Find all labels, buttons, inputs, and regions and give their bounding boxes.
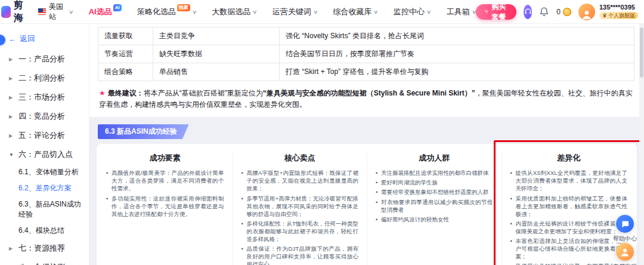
advice-label: 最终建议： bbox=[108, 89, 144, 97]
bullet-item: 品质保证：作为DJT品牌旗下的产品，拥有良好的用户口碑和支持率，让顾客买得放心用… bbox=[242, 245, 359, 265]
person-icon bbox=[581, 8, 593, 20]
bullet-item: 关注服装搭配且追求实用性的都市白领群体 bbox=[376, 169, 493, 177]
nav-item-6[interactable]: 监控中心∨ bbox=[394, 7, 431, 17]
bullet-item: 多季节适用+高弹力材质：无论冷暖皆可配搭其他衣物，展现不同风采的同时给予身体足够… bbox=[242, 195, 359, 218]
chevron-down-icon: ∨ bbox=[192, 9, 197, 15]
notifications-bell[interactable] bbox=[539, 7, 549, 17]
nav-item-label: 综合收藏库 bbox=[333, 7, 371, 17]
sidebar-subitem[interactable]: 6.2、差异化方案 bbox=[0, 180, 89, 196]
logo-icon bbox=[1, 6, 11, 18]
chevron-down-icon: ∨ bbox=[373, 9, 379, 15]
customer-service-button[interactable] bbox=[616, 243, 634, 261]
experience-card: 成功要素高颜值外观/极简美学：产品的外观设计简单大方，适合各类穿搭，满足不同消费… bbox=[97, 144, 637, 265]
sidebar-item-label: 五：评论分析 bbox=[18, 130, 65, 141]
caret-right-icon: ▶ bbox=[9, 57, 14, 62]
bullet-item: 高腰A字版型+内置隐形式短裤：既保证了裙子的安全感，又能在视觉上达到显腿显高的效… bbox=[242, 169, 359, 192]
nav-item-7[interactable]: 工具箱∨ bbox=[447, 7, 476, 17]
customer-service-icon[interactable] bbox=[524, 5, 532, 19]
headset-icon bbox=[524, 8, 532, 16]
cell-strategy: 强化 “Novelty Skirts” 类目排名，抢占长尾词 bbox=[280, 27, 634, 45]
sidebar-item-6[interactable]: ▼六：产品切入点 bbox=[0, 145, 89, 164]
bullet-item: 高颜值外观/极简美学：产品的外观设计简单大方，适合各类穿搭，满足不同消费者的个性… bbox=[106, 169, 224, 192]
app-logo[interactable]: 剪海 bbox=[0, 0, 38, 24]
membership-label: 个人旗舰版 bbox=[608, 13, 635, 19]
nav-item-3[interactable]: 大数据选品∨ bbox=[212, 7, 257, 17]
column-title: 差异化 bbox=[510, 153, 628, 164]
sidebar-item-2[interactable]: ▶二：利润分析 bbox=[0, 69, 89, 88]
nav-item-label: AI选品 bbox=[89, 7, 112, 17]
bullet-list: 高腰A字版型+内置隐形式短裤：既保证了裙子的安全感，又能在视觉上达到显腿显高的效… bbox=[242, 169, 359, 265]
sidebar-item-5[interactable]: ▶五：评论分析 bbox=[0, 126, 89, 145]
table-row: 节奏运营缺失旺季数据结合美国节日日历，按季度部署推广节奏 bbox=[98, 45, 634, 63]
caret-down-icon: ▼ bbox=[9, 152, 14, 158]
bullet-item: 提供从XS到XXL全尺码覆盖，更好地满足了大部分消费者体型需求，体现了品牌的人文… bbox=[510, 169, 628, 192]
cart-icon bbox=[484, 8, 488, 16]
user-meta: 135****0395 ♛个人旗舰版 bbox=[599, 4, 638, 20]
caret-right-icon: ▶ bbox=[9, 114, 14, 119]
bullet-item: 爱好时尚潮流的学生族 bbox=[376, 178, 493, 186]
sidebar: ← 返回 ▶一：产品分析▶二：利润分析▶三：市场分析▶四：竞品分析▶五：评论分析… bbox=[0, 24, 89, 265]
experience-column-3: 成功人群关注服装搭配且追求实用性的都市白领群体爱好时尚潮流的学生族需要经常变换形… bbox=[367, 153, 501, 265]
sidebar-tree: ▶一：产品分析▶二：利润分析▶三：市场分析▶四：竞品分析▶五：评论分析▼六：产品… bbox=[0, 50, 89, 265]
sidebar-item-label: 三：市场分析 bbox=[18, 92, 65, 103]
column-title: 成功人群 bbox=[376, 153, 493, 164]
scrollbar-thumb[interactable] bbox=[640, 27, 643, 78]
nav-item-5[interactable]: 综合收藏库∨ bbox=[333, 7, 378, 17]
sidebar-item-8[interactable]: ▶八：合规检测 bbox=[0, 258, 89, 265]
back-button[interactable]: ← 返回 bbox=[0, 26, 89, 50]
sidebar-subitem[interactable]: 6.3、新品ASIN成功经验 bbox=[0, 196, 89, 223]
sidebar-subitem[interactable]: 6.4、模块总结 bbox=[0, 223, 89, 239]
crown-icon: ♛ bbox=[602, 13, 607, 19]
sidebar-item-4[interactable]: ▶四：竞品分析 bbox=[0, 107, 89, 126]
cell-category: 组合策略 bbox=[98, 63, 153, 81]
bullet-list: 关注服装搭配且追求实用性的都市白领群体爱好时尚潮流的学生族需要经常变换形象却不想… bbox=[376, 169, 493, 223]
chevron-down-icon: ∨ bbox=[69, 9, 74, 15]
sidebar-item-label: 一：产品分析 bbox=[18, 54, 65, 64]
coin-icon bbox=[563, 8, 571, 16]
bullet-list: 高颜值外观/极简美学：产品的外观设计简单大方，适合各类穿搭，满足不同消费者的个性… bbox=[106, 169, 224, 218]
main-nav: AI选品AI策略化选品独家∨大数据选品∨运营关键词∨综合收藏库∨监控中心∨工具箱… bbox=[89, 7, 476, 17]
table-row: 流量获取主类目竞争强化 “Novelty Skirts” 类目排名，抢占长尾词 bbox=[98, 27, 634, 45]
table-row: 组合策略单品销售打造 “Skirt + Top” 穿搭包，提升客单价与复购 bbox=[98, 63, 634, 81]
nav-item-1[interactable]: AI选品AI bbox=[89, 7, 122, 17]
cell-issue: 主类目竞争 bbox=[153, 27, 280, 45]
experience-column-2: 核心卖点高腰A字版型+内置隐形式短裤：既保证了裙子的安全感，又能在视觉上达到显腿… bbox=[233, 153, 367, 265]
nav-item-label: 工具箱 bbox=[447, 7, 470, 17]
customer-service-widget[interactable]: 专属客服 bbox=[609, 243, 641, 265]
buy-plan-label: 购买套餐 bbox=[492, 2, 508, 22]
bullet-item: 多样化搭配性：从T恤到毛衣，任何一种类型的衣服都能够与此款裙子和谐共存，轻松打造… bbox=[242, 220, 359, 243]
bell-icon bbox=[539, 7, 549, 17]
region-selector[interactable]: 美国站 ∨ bbox=[38, 2, 73, 22]
service-person-icon bbox=[620, 246, 630, 257]
nav-item-4[interactable]: 运营关键词∨ bbox=[273, 7, 318, 17]
sidebar-item-label: 八：合规检测 bbox=[18, 262, 65, 265]
star-icon: ★ bbox=[99, 89, 106, 97]
avatar bbox=[578, 4, 595, 20]
sidebar-item-label: 二：利润分析 bbox=[18, 73, 65, 84]
content: ← 返回 ▶一：产品分析▶二：利润分析▶三：市场分析▶四：竞品分析▶五：评论分析… bbox=[0, 24, 644, 265]
differentiation-section: 流量获取主类目竞争强化 “Novelty Skirts” 类目排名，抢占长尾词节… bbox=[89, 24, 644, 117]
section-badge-row: 6.3 新品ASIN成功经验 bbox=[98, 124, 636, 139]
caret-right-icon: ▶ bbox=[9, 246, 14, 251]
sidebar-item-label: 四：竞品分析 bbox=[18, 111, 65, 122]
coin-balance[interactable]: 0 bbox=[556, 8, 571, 16]
sidebar-subitem[interactable]: 6.1、变体销量分析 bbox=[0, 164, 89, 180]
user-account[interactable]: 135****0395 ♛个人旗舰版 bbox=[578, 4, 638, 20]
final-advice: ★最终建议：将本产品从“基础款百搭裙”重新定位为“兼具美观与安全感的功能型短裙（… bbox=[98, 81, 634, 111]
caret-right-icon: ▶ bbox=[9, 76, 14, 81]
nav-item-2[interactable]: 策略化选品独家∨ bbox=[137, 7, 197, 17]
sidebar-item-label: 七：资源推荐 bbox=[18, 243, 65, 254]
buy-plan-button[interactable]: 购买套餐 bbox=[476, 4, 516, 20]
chevron-down-icon: ∨ bbox=[472, 9, 477, 15]
sidebar-item-label: 六：产品切入点 bbox=[18, 149, 73, 160]
help-center-widget[interactable]: 帮助中心 bbox=[609, 215, 641, 243]
sidebar-item-7[interactable]: ▶七：资源推荐 bbox=[0, 239, 89, 258]
help-center-button[interactable] bbox=[616, 215, 634, 233]
sidebar-item-1[interactable]: ▶一：产品分析 bbox=[0, 50, 89, 69]
cell-issue: 单品销售 bbox=[153, 63, 280, 81]
chevron-down-icon: ∨ bbox=[426, 9, 432, 15]
bullet-item: 多功能实用性：这款迷你裙采用伸缩面料制作，适合各个季节，无论是单独穿着还是与其他… bbox=[106, 195, 224, 218]
sidebar-item-3[interactable]: ▶三：市场分析 bbox=[0, 88, 89, 107]
strategy-table: 流量获取主类目竞争强化 “Novelty Skirts” 类目排名，抢占长尾词节… bbox=[98, 27, 634, 81]
nav-item-badge: AI bbox=[113, 4, 122, 11]
